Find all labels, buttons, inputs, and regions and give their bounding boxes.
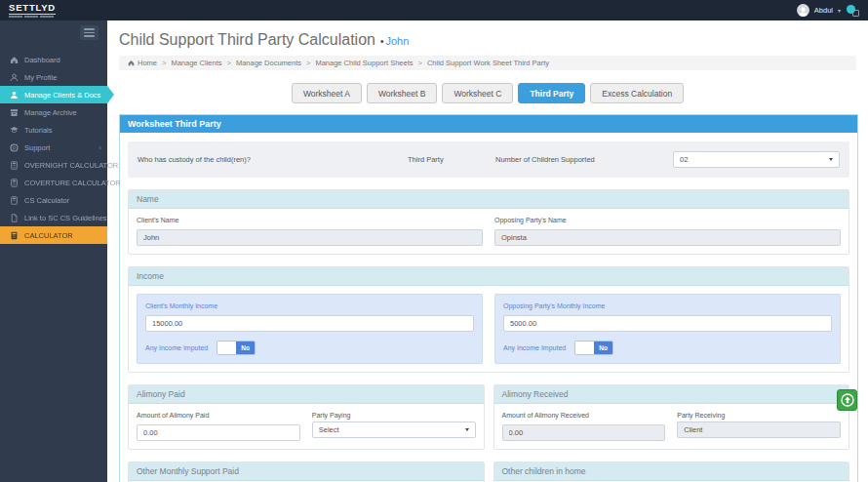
tab-third-party[interactable]: Third Party: [518, 83, 585, 103]
children-supported-label: Number of Children Supported: [495, 155, 673, 164]
sidebar-item-label: CALCULATOR: [24, 231, 73, 240]
sidebar-item-tutorials[interactable]: Tutorials: [0, 121, 107, 139]
opposing-income-input[interactable]: [503, 315, 832, 332]
calculator-icon: [10, 160, 20, 170]
breadcrumb-current: Child Support Work Sheet Third Party: [427, 59, 549, 67]
client-income-imputed-label: Any Income Imputed: [145, 344, 208, 351]
party-receiving-value: Client: [684, 425, 702, 434]
name-section: Name Client's Name Opposing Party's Name: [128, 189, 849, 255]
sidebar-toggle-button[interactable]: [80, 25, 99, 40]
party-receiving-label: Party Receiving: [677, 412, 841, 419]
alimony-paid-amount-input[interactable]: [137, 424, 300, 441]
worksheet-tabs: Worksheet A Worksheet B Worksheet C Thir…: [107, 83, 868, 103]
user-solid-icon: [10, 90, 20, 100]
opposing-income-panel: Opposing Party's Monthly Income Any Inco…: [494, 294, 841, 364]
sidebar: Dashboard My Profile Manage Clients & Do…: [0, 20, 107, 482]
alimony-paid-section: Alimony Paid Amount of Alimony Paid Part…: [128, 384, 485, 450]
select-caret-icon: [465, 428, 469, 431]
opposing-name-field-group: Opposing Party's Name: [494, 217, 841, 246]
sidebar-item-dashboard[interactable]: Dashboard: [0, 51, 107, 68]
tab-excess-calculation[interactable]: Excess Calculation: [590, 83, 684, 103]
chevron-down-icon: ▾: [838, 8, 841, 14]
other-support-header: Other Monthly Support Paid: [129, 462, 484, 481]
sidebar-item-label: Manage Archive: [24, 108, 77, 117]
other-row: Other Monthly Support Paid Client Opposi…: [128, 462, 849, 482]
calculator-icon: [10, 195, 20, 205]
alimony-paid-header: Alimony Paid: [129, 385, 484, 404]
party-receiving-group: Party Receiving Client: [677, 412, 841, 441]
alimony-received-header: Alimony Received: [494, 385, 849, 404]
sidebar-item-label: Link to SC CS Guidelines: [24, 214, 107, 222]
app-logo[interactable]: SETTLYD: [9, 3, 56, 18]
calculator-icon: [10, 178, 20, 187]
sidebar-item-calculator[interactable]: CALCULATOR: [0, 226, 107, 244]
client-income-label: Client's Monthly Income: [145, 302, 474, 309]
opposing-name-label: Opposing Party's Name: [494, 217, 841, 223]
tab-worksheet-b[interactable]: Worksheet B: [367, 83, 438, 103]
sidebar-item-support[interactable]: Support ‹: [0, 139, 107, 156]
panel-body: Who has custody of the child(ren)? Third…: [120, 133, 857, 482]
toggle-state-label: No: [594, 341, 612, 354]
graduation-cap-icon: [10, 125, 20, 135]
party-paying-select[interactable]: Select: [312, 422, 476, 438]
breadcrumb: Home > Manage Clients > Manage Documents…: [119, 56, 856, 70]
breadcrumb-home[interactable]: Home: [138, 59, 157, 67]
sidebar-item-manage-clients-docs[interactable]: Manage Clients & Docs: [0, 86, 107, 103]
sidebar-item-label: Tutorials: [24, 126, 52, 135]
sidebar-item-overnight-calculator[interactable]: OVERNIGHT CALCULATOR: [0, 156, 107, 174]
party-receiving-select: Client: [677, 422, 841, 438]
breadcrumb-manage-child-support-sheets[interactable]: Manage Child Support Sheets: [315, 59, 413, 67]
sidebar-item-cs-calculator[interactable]: CS Calculator: [0, 191, 107, 209]
arrow-up-circle-icon: [840, 392, 855, 408]
party-paying-label: Party Paying: [312, 412, 476, 419]
client-name-field-group: Client's Name: [137, 217, 483, 246]
sidebar-item-label: COVERTURE CALCULATOR: [24, 179, 121, 187]
tab-worksheet-a[interactable]: Worksheet A: [292, 83, 362, 103]
avatar[interactable]: [797, 4, 809, 17]
breadcrumb-manage-clients[interactable]: Manage Clients: [171, 59, 221, 67]
other-children-header: Other children in home: [494, 462, 849, 481]
alimony-received-amount-input: [502, 424, 666, 441]
sidebar-item-my-profile[interactable]: My Profile: [0, 68, 107, 86]
topbar: SETTLYD Abdul ▾: [0, 0, 868, 20]
calculator-solid-icon: [10, 230, 20, 240]
custody-answer-value: Third Party: [408, 155, 495, 164]
sidebar-item-sc-cs-guidelines-link[interactable]: Link to SC CS Guidelines: [0, 209, 107, 226]
tab-worksheet-c[interactable]: Worksheet C: [442, 83, 513, 103]
worksheet-panel: Worksheet Third Party Who has custody of…: [119, 114, 858, 482]
sidebar-item-manage-archive[interactable]: Manage Archive: [0, 103, 107, 121]
custody-row: Who has custody of the child(ren)? Third…: [128, 141, 849, 178]
title-separator: •: [380, 36, 384, 47]
income-section: Income Client's Monthly Income Any Incom…: [128, 266, 849, 373]
user-menu[interactable]: Abdul: [814, 6, 833, 15]
alimony-row: Alimony Paid Amount of Alimony Paid Part…: [128, 384, 849, 450]
page-title-text: Child Support Third Party Calculation: [119, 31, 375, 48]
children-supported-select[interactable]: 02: [673, 151, 840, 168]
opposing-income-imputed-toggle[interactable]: No: [574, 341, 613, 355]
breadcrumb-separator: >: [227, 59, 231, 67]
client-income-imputed-toggle[interactable]: No: [217, 341, 256, 355]
scroll-to-top-button[interactable]: [837, 389, 857, 411]
breadcrumb-separator: >: [162, 59, 166, 67]
breadcrumb-manage-documents[interactable]: Manage Documents: [236, 59, 301, 67]
sidebar-item-label: Support: [24, 143, 50, 152]
client-income-input[interactable]: [145, 315, 474, 332]
sidebar-item-coverture-calculator[interactable]: COVERTURE CALCULATOR: [0, 174, 107, 191]
notification-chat-icon[interactable]: [846, 4, 860, 18]
name-section-header: Name: [129, 190, 848, 209]
client-income-panel: Client's Monthly Income Any Income Imput…: [137, 294, 483, 364]
alimony-paid-amount-label: Amount of Alimony Paid: [137, 412, 300, 419]
opposing-income-label: Opposing Party's Monthly Income: [503, 302, 832, 309]
sidebar-item-label: My Profile: [24, 73, 57, 82]
income-section-header: Income: [129, 267, 848, 286]
party-paying-value: Select: [319, 425, 339, 434]
user-outline-icon: [10, 72, 20, 82]
home-icon: [128, 60, 135, 66]
main-content: Child Support Third Party Calculation•Jo…: [107, 20, 868, 482]
client-name-input: [137, 229, 483, 246]
panel-header: Worksheet Third Party: [120, 115, 857, 133]
opposing-income-imputed-label: Any Income Imputed: [503, 344, 566, 351]
client-name-link[interactable]: John: [385, 35, 409, 47]
home-icon: [10, 55, 20, 64]
client-name-label: Client's Name: [137, 217, 483, 223]
